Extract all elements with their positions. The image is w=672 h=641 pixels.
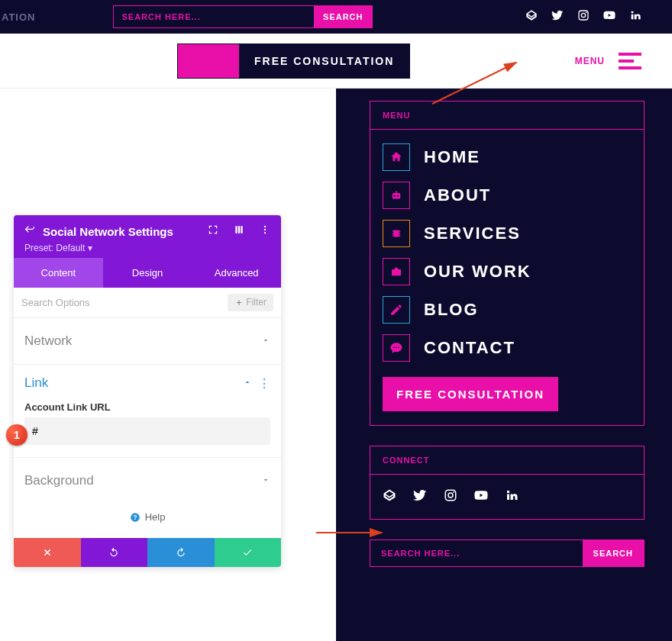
connect-panel: CONNECT [370, 446, 645, 520]
free-consultation-sidebar-button[interactable]: FREE CONSULTATION [383, 377, 558, 411]
panel-title: Social Network Settings [43, 225, 200, 238]
search-button-top[interactable]: SEARCH [314, 6, 372, 27]
help-icon: ? [130, 512, 141, 523]
svg-point-11 [394, 195, 396, 197]
chip-icon [383, 220, 410, 247]
search-input-bottom[interactable] [370, 540, 583, 566]
undo-button[interactable] [81, 538, 148, 567]
help-link[interactable]: ? Help [14, 504, 281, 538]
social-network-settings-panel: 1 Social Network Settings Preset: Defaul… [14, 215, 281, 567]
chevron-down-icon [261, 334, 270, 348]
youtube-icon[interactable] [603, 9, 615, 24]
svg-text:?: ? [133, 514, 137, 520]
svg-rect-13 [396, 191, 397, 193]
codepen-icon[interactable] [525, 9, 538, 24]
free-consultation-label: FREE CONSULTATION [239, 44, 409, 78]
chevron-up-icon [243, 376, 252, 390]
nav-services[interactable]: SERVICES [383, 220, 632, 247]
youtube-icon[interactable] [474, 488, 488, 505]
linkedin-icon[interactable] [629, 9, 641, 24]
edit-icon [383, 296, 410, 324]
chat-icon [383, 334, 410, 362]
section-network[interactable]: Network [14, 317, 281, 364]
svg-rect-15 [392, 269, 401, 275]
hamburger-icon[interactable] [619, 53, 641, 69]
search-button-bottom[interactable]: SEARCH [583, 540, 644, 566]
redo-button[interactable] [147, 538, 215, 567]
svg-point-6 [264, 229, 266, 230]
back-icon[interactable] [24, 224, 35, 238]
tab-design[interactable]: Design [103, 258, 192, 288]
nav-our-work[interactable]: OUR WORK [383, 258, 632, 285]
tab-advanced[interactable]: Advanced [192, 258, 281, 288]
nav-blog[interactable]: BLOG [383, 296, 632, 324]
search-bottom: SEARCH [370, 540, 645, 567]
cancel-button[interactable] [14, 538, 81, 567]
svg-rect-10 [393, 193, 401, 199]
account-link-url-input[interactable] [24, 417, 270, 445]
svg-point-2 [586, 12, 587, 14]
search-input-top[interactable] [114, 12, 314, 21]
more-vert-icon[interactable]: ⋮ [258, 376, 270, 391]
svg-point-19 [398, 347, 399, 349]
section-link[interactable]: Link ⋮ [14, 364, 281, 401]
step-badge-1: 1 [6, 424, 27, 446]
nav-contact[interactable]: CONTACT [383, 334, 632, 362]
more-vert-icon[interactable] [260, 224, 270, 238]
chevron-down-icon [261, 474, 270, 488]
save-button[interactable] [215, 538, 282, 567]
filter-button[interactable]: ＋ Filter [228, 294, 273, 311]
codepen-icon[interactable] [383, 488, 396, 505]
nav-about[interactable]: ABOUT [383, 182, 632, 209]
section-background[interactable]: Background [14, 457, 281, 504]
twitter-icon[interactable] [551, 9, 564, 24]
briefcase-icon [383, 258, 410, 285]
home-icon [383, 143, 410, 171]
connect-panel-title: CONNECT [370, 446, 644, 475]
svg-point-22 [453, 491, 454, 493]
account-link-url-label: Account Link URL [24, 401, 270, 413]
menu-label: MENU [575, 56, 605, 66]
tab-content[interactable]: Content [14, 258, 103, 288]
menu-panel-title: MENU [370, 101, 644, 130]
linkedin-icon[interactable] [505, 488, 519, 505]
instagram-icon[interactable] [444, 488, 457, 505]
instagram-icon[interactable] [577, 9, 590, 24]
svg-point-7 [264, 232, 266, 234]
svg-point-18 [396, 347, 397, 349]
svg-point-12 [397, 195, 399, 197]
preset-label[interactable]: Preset: Default ▾ [24, 243, 270, 253]
nav-home[interactable]: HOME [383, 143, 632, 171]
svg-rect-16 [395, 268, 399, 269]
svg-point-1 [581, 13, 585, 17]
svg-rect-14 [393, 230, 399, 237]
menu-panel: MENU HOME ABOUT SERVICES OUR WORK BLOG C… [370, 101, 645, 426]
robot-icon [383, 182, 410, 209]
expand-icon[interactable] [208, 224, 218, 238]
svg-point-5 [264, 226, 266, 227]
free-consultation-button[interactable]: FREE CONSULTATION [177, 43, 410, 79]
cutoff-nav-text: ATION [2, 11, 35, 23]
svg-point-17 [393, 347, 395, 349]
columns-icon[interactable] [234, 224, 244, 238]
search-options-placeholder[interactable]: Search Options [21, 297, 90, 308]
svg-point-21 [448, 493, 453, 498]
twitter-icon[interactable] [413, 488, 427, 505]
